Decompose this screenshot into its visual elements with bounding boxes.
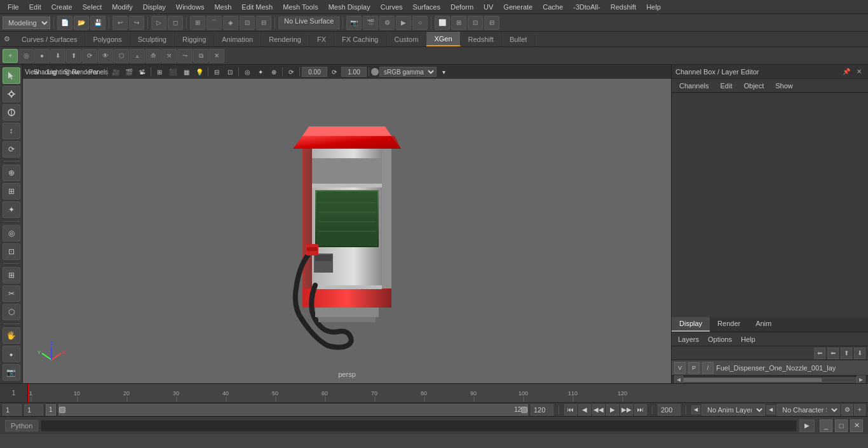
snap-button[interactable]: ⊞: [3, 267, 20, 283]
select-button[interactable]: ▷: [151, 16, 166, 30]
scale-tool-button[interactable]: ⊞: [3, 183, 20, 200]
layer-delete-button[interactable]: ⬅: [827, 348, 839, 359]
camera-view-button[interactable]: 📷: [3, 364, 20, 381]
xgen-icon2[interactable]: ◎: [18, 49, 34, 63]
xgen-icon7[interactable]: 👁: [98, 49, 113, 63]
viewport[interactable]: View Shading Lighting Show Renderer Pane…: [23, 65, 671, 383]
vp-xray[interactable]: ✦: [254, 66, 267, 78]
menu-mesh[interactable]: Mesh: [209, 2, 236, 12]
anim-layer-arrow[interactable]: ◀: [691, 405, 700, 414]
xgen-icon13[interactable]: ⧉: [193, 49, 208, 63]
menu-deform[interactable]: Deform: [445, 2, 478, 12]
total-frames-input[interactable]: [658, 404, 681, 416]
skip-end-button[interactable]: ⏭: [634, 404, 647, 416]
menu-edit-mesh[interactable]: Edit Mesh: [236, 2, 278, 12]
layout4-button[interactable]: ⊟: [484, 16, 499, 30]
render-button[interactable]: 🎬: [363, 16, 378, 30]
vp-hud[interactable]: ⊡: [224, 66, 236, 78]
timeline[interactable]: 1 1 10 20 30 40 50 60 70 80 90 100: [0, 383, 868, 402]
anim-layer-select[interactable]: No Anim Layer: [702, 404, 765, 416]
tab-rendering[interactable]: Rendering: [261, 32, 309, 46]
menu-uv[interactable]: UV: [478, 2, 498, 12]
soft-select-button[interactable]: ◎: [3, 225, 20, 241]
channels-menu[interactable]: Channels: [674, 81, 714, 91]
sculpt-button[interactable]: 🖐: [3, 327, 20, 344]
snap-curve-button[interactable]: ⌒: [207, 16, 222, 30]
menu-help[interactable]: Help: [641, 2, 666, 12]
vp-grid[interactable]: ⊟: [210, 66, 223, 78]
options-menu[interactable]: Options: [704, 334, 736, 344]
lasso-button[interactable]: ◻: [168, 16, 183, 30]
playback-end-input[interactable]: [531, 404, 553, 416]
vp-refresh[interactable]: ⟳: [285, 66, 297, 78]
layout1-button[interactable]: ⬜: [435, 16, 450, 30]
xgen-icon14[interactable]: ✕: [209, 49, 224, 63]
vp-colorspace-arrow[interactable]: ▾: [437, 66, 450, 78]
channel-box-close[interactable]: ✕: [854, 67, 864, 77]
tab-anim[interactable]: Anim: [748, 317, 779, 332]
layer-row[interactable]: V P / Fuel_Dispenser_One_Nozzle_001_lay: [672, 360, 868, 376]
undo-button[interactable]: ↩: [112, 16, 128, 30]
object-menu[interactable]: Object: [738, 81, 769, 91]
xgen-icon3[interactable]: ●: [34, 49, 50, 63]
layer-down-button[interactable]: ⬇: [854, 348, 865, 359]
vp-lighting-menu[interactable]: Lighting: [52, 66, 65, 78]
show-menu[interactable]: Show: [770, 81, 798, 91]
xgen-icon9[interactable]: ⟁: [130, 49, 145, 63]
tab-xgen[interactable]: XGen: [426, 32, 460, 46]
close-button[interactable]: ✕: [850, 419, 863, 432]
select-tool-button[interactable]: [3, 67, 20, 84]
menu-edit[interactable]: Edit: [24, 2, 46, 12]
camera-button[interactable]: 📷: [346, 16, 362, 30]
menu-surfaces[interactable]: Surfaces: [408, 2, 445, 12]
render3-button[interactable]: ○: [412, 16, 428, 30]
live-surface-button[interactable]: No Live Surface: [278, 17, 339, 29]
menu-cache[interactable]: Cache: [538, 2, 568, 12]
workspace-selector[interactable]: Modeling: [3, 17, 50, 29]
vp-cam1[interactable]: 🎥: [109, 66, 122, 78]
timeline-ruler[interactable]: 1 10 20 30 40 50 60 70 80 90 100 110 120: [28, 384, 868, 402]
vp-cam3[interactable]: 📽: [136, 66, 149, 78]
range-start-handle[interactable]: [59, 407, 65, 413]
range-end-handle[interactable]: [521, 407, 527, 413]
redo-button[interactable]: ↪: [129, 16, 144, 30]
open-file-button[interactable]: 📂: [74, 16, 89, 30]
tab-custom[interactable]: Custom: [387, 32, 427, 46]
tab-display[interactable]: Display: [672, 317, 710, 332]
workflow-settings-button[interactable]: ⚙: [0, 35, 14, 43]
layout3-button[interactable]: ⊡: [468, 16, 483, 30]
current-frame-input[interactable]: [24, 404, 43, 416]
vp-panels-menu[interactable]: Panels: [92, 66, 105, 78]
layer-playback-button[interactable]: P: [688, 362, 700, 374]
vp-aa[interactable]: ⊕: [268, 66, 280, 78]
layer-visibility-button[interactable]: V: [674, 362, 686, 374]
tab-rigging[interactable]: Rigging: [175, 32, 214, 46]
pivot-tool-button[interactable]: ⊕: [3, 165, 20, 181]
xgen-icon11[interactable]: ⤲: [161, 49, 177, 63]
python-input[interactable]: [41, 420, 797, 431]
char-set-settings[interactable]: ⚙: [841, 404, 853, 416]
char-set-add[interactable]: +: [854, 404, 865, 416]
snap-point-button[interactable]: ◈: [223, 16, 238, 30]
paint-tool-button[interactable]: [3, 104, 20, 121]
vp-cam2[interactable]: 🎬: [123, 66, 135, 78]
menu-curves[interactable]: Curves: [376, 2, 408, 12]
menu-3dtoall[interactable]: -3DtoAll-: [568, 2, 606, 12]
ipr-button[interactable]: ▶: [396, 16, 411, 30]
render2-button[interactable]: ⚙: [379, 16, 395, 30]
multi-cut-button[interactable]: ✂: [3, 285, 20, 302]
tab-fx-caching[interactable]: FX Caching: [334, 32, 386, 46]
snap-surface-button[interactable]: ⊡: [240, 16, 255, 30]
vp-wire[interactable]: ⊞: [153, 66, 166, 78]
xgen-icon10[interactable]: ⟰: [146, 49, 161, 63]
xgen-icon4[interactable]: ⬇: [50, 49, 65, 63]
tab-fx[interactable]: FX: [309, 32, 334, 46]
menu-display[interactable]: Display: [138, 2, 171, 12]
layers-menu[interactable]: Layers: [674, 334, 703, 344]
menu-generate[interactable]: Generate: [498, 2, 538, 12]
xgen-icon6[interactable]: ⟳: [82, 49, 97, 63]
layer-new-button[interactable]: ⬅: [814, 348, 825, 359]
menu-mesh-display[interactable]: Mesh Display: [323, 2, 376, 12]
tab-polygons[interactable]: Polygons: [85, 32, 130, 46]
prev-frame-button[interactable]: ◀: [578, 404, 591, 416]
